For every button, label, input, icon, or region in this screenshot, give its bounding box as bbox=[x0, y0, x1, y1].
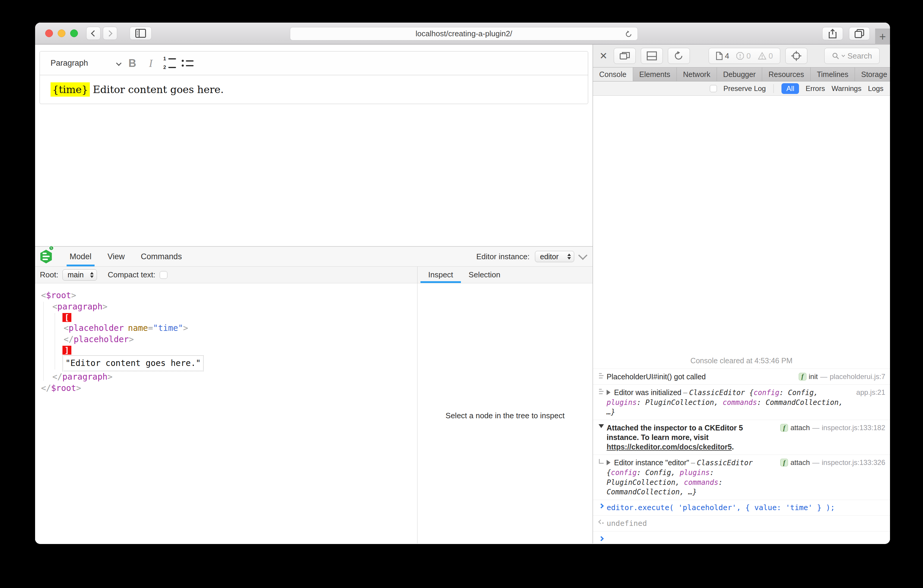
detach-devtools-button[interactable] bbox=[614, 48, 636, 64]
tab-resources[interactable]: Resources bbox=[762, 67, 811, 81]
minimize-window-button[interactable] bbox=[57, 30, 66, 37]
disclosure-triangle-icon[interactable] bbox=[607, 390, 611, 395]
placeholder-widget[interactable]: {time} bbox=[51, 82, 90, 97]
chevron-left-icon bbox=[91, 30, 97, 36]
inspector-header: 5 Model View Commands Editor instance: e… bbox=[35, 247, 593, 266]
tab-model[interactable]: Model bbox=[67, 247, 95, 266]
console-prompt[interactable] bbox=[593, 532, 890, 544]
search-icon bbox=[832, 52, 839, 59]
tree-placeholder-close[interactable]: </placeholder> bbox=[35, 334, 417, 345]
dock-devtools-button[interactable] bbox=[641, 48, 663, 64]
tab-overview-button[interactable] bbox=[849, 27, 870, 40]
tree-root-close[interactable]: </$root> bbox=[35, 383, 417, 394]
log-message: Editor was initialized–ClassicEditor {co… bbox=[607, 388, 852, 417]
preserve-log-checkbox[interactable] bbox=[710, 85, 717, 92]
source-link[interactable]: f init — placeholderui.js:7 bbox=[794, 372, 885, 381]
warning-count: 0 bbox=[758, 51, 773, 61]
heading-dropdown-label: Paragraph bbox=[51, 59, 88, 68]
close-window-button[interactable] bbox=[45, 30, 53, 37]
tab-debugger[interactable]: Debugger bbox=[717, 67, 762, 81]
issues-summary-button[interactable]: 4 0 bbox=[709, 48, 780, 64]
reload-icon[interactable] bbox=[624, 30, 633, 38]
inspector-controls-row: Root: main Compact text: bbox=[35, 267, 417, 283]
tab-storage[interactable]: Storage bbox=[855, 67, 890, 81]
tree-placeholder-open[interactable]: <placeholdername="time"> bbox=[35, 322, 417, 334]
bold-icon: B bbox=[128, 57, 136, 69]
tab-commands[interactable]: Commands bbox=[138, 247, 185, 266]
log-icon bbox=[599, 373, 604, 378]
search-input[interactable]: Search bbox=[824, 48, 880, 64]
reload-page-button[interactable] bbox=[668, 48, 690, 64]
ckeditor-docs-link[interactable]: https://ckeditor.com/docs/ckeditor5 bbox=[607, 443, 732, 451]
collapse-inspector-icon[interactable] bbox=[578, 251, 587, 260]
filter-warnings[interactable]: Warnings bbox=[831, 84, 861, 93]
editor-instance-select[interactable]: editor bbox=[535, 251, 574, 262]
console-input-echo-row[interactable]: editor.execute( 'placeholder', { value: … bbox=[593, 500, 890, 516]
disclosure-triangle-icon[interactable] bbox=[607, 460, 611, 465]
zoom-window-button[interactable] bbox=[70, 30, 78, 37]
compact-text-checkbox[interactable] bbox=[160, 271, 168, 279]
tab-console[interactable]: Console bbox=[593, 67, 633, 81]
document-icon bbox=[716, 52, 723, 60]
titlebar-right-buttons bbox=[822, 27, 870, 40]
filter-errors[interactable]: Errors bbox=[806, 84, 825, 93]
tab-view[interactable]: View bbox=[105, 247, 128, 266]
preserve-log-label: Preserve Log bbox=[723, 84, 766, 93]
compact-text-label: Compact text: bbox=[108, 270, 155, 279]
italic-icon: I bbox=[149, 57, 153, 69]
tree-paragraph-open[interactable]: <paragraph> bbox=[35, 301, 417, 312]
tree-paragraph-close[interactable]: </paragraph> bbox=[35, 371, 417, 383]
italic-button[interactable]: I bbox=[141, 54, 160, 72]
filter-all[interactable]: All bbox=[782, 83, 799, 94]
bulleted-list-button[interactable] bbox=[178, 54, 197, 72]
tree-text-node[interactable]: "Editor content goes here." bbox=[35, 355, 417, 371]
console-log-row[interactable]: PlaceholderUI#init() got called f init —… bbox=[593, 369, 890, 385]
close-devtools-button[interactable]: ✕ bbox=[599, 50, 608, 62]
bold-button[interactable]: B bbox=[123, 54, 141, 72]
tree-root-open[interactable]: <$root> bbox=[35, 290, 417, 301]
share-button[interactable] bbox=[822, 27, 843, 40]
tab-timelines[interactable]: Timelines bbox=[811, 67, 855, 81]
log-message: Attached the inspector to a CKEditor 5 i… bbox=[607, 423, 772, 452]
forward-button[interactable] bbox=[103, 27, 117, 40]
source-link[interactable]: app.js:21 bbox=[852, 388, 885, 397]
tab-inspect[interactable]: Inspect bbox=[420, 267, 461, 283]
tree-selection-start: [ bbox=[35, 312, 417, 322]
console-log-row[interactable]: Attached the inspector to a CKEditor 5 i… bbox=[593, 420, 890, 455]
filter-logs[interactable]: Logs bbox=[868, 84, 884, 93]
search-options-chevron-icon bbox=[841, 55, 845, 57]
source-link[interactable]: f attach — inspector.js:133:326 bbox=[775, 458, 885, 467]
source-link[interactable]: f attach — inspector.js:133:182 bbox=[775, 423, 885, 432]
bulleted-list-icon bbox=[182, 60, 194, 67]
dock-bottom-icon bbox=[647, 51, 657, 60]
editor-content[interactable]: {time} Editor content goes here. bbox=[40, 75, 588, 104]
console-result-row[interactable]: undefined bbox=[593, 516, 890, 532]
function-badge-icon: f bbox=[780, 424, 788, 432]
console-result-text: undefined bbox=[607, 519, 885, 528]
inspect-empty-message: Select a node in the tree to inspect bbox=[417, 411, 593, 420]
new-tab-button[interactable]: + bbox=[875, 28, 890, 44]
prompt-chevron-icon bbox=[599, 536, 604, 541]
devtools-tab-bar: Console Elements Network Debugger Resour… bbox=[593, 67, 890, 81]
numbered-list-button[interactable]: 1 2 bbox=[160, 54, 178, 72]
detach-window-icon bbox=[620, 51, 630, 61]
model-tree[interactable]: <$root> <paragraph> [ <placeholdername="… bbox=[35, 283, 417, 544]
ckeditor-version-badge: 5 bbox=[49, 246, 54, 251]
back-button[interactable] bbox=[86, 27, 100, 40]
root-select[interactable]: main bbox=[62, 269, 97, 281]
console-log-row[interactable]: Editor instance "editor"–ClassicEditor {… bbox=[593, 455, 890, 500]
log-message: PlaceholderUI#init() got called bbox=[607, 372, 794, 381]
page-content: Paragraph B I 1 2 bbox=[35, 44, 593, 544]
tab-network[interactable]: Network bbox=[677, 67, 717, 81]
heading-dropdown[interactable]: Paragraph bbox=[51, 59, 123, 68]
console-log-row[interactable]: Editor was initialized–ClassicEditor {co… bbox=[593, 385, 890, 420]
sidebar-toggle-button[interactable] bbox=[130, 27, 152, 40]
devtools-toolbar: ✕ bbox=[593, 44, 890, 67]
console-pane[interactable]: Console cleared at 4:53:46 PM Placeholde… bbox=[593, 96, 890, 544]
tab-elements[interactable]: Elements bbox=[633, 67, 677, 81]
element-picker-button[interactable] bbox=[785, 48, 807, 64]
select-arrows-icon bbox=[86, 272, 94, 278]
tab-selection[interactable]: Selection bbox=[461, 267, 508, 283]
url-field[interactable]: localhost/creating-a-plugin2/ bbox=[290, 27, 638, 40]
disclosure-triangle-icon[interactable] bbox=[599, 424, 604, 428]
